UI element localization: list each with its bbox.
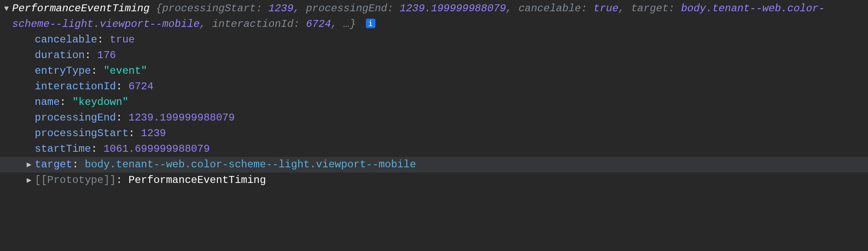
property-key: interactionId [35,81,116,92]
property-key: startTime [35,143,91,155]
property-row-cancelable[interactable]: ▶ cancelable: true [0,32,868,48]
property-row-processingstart[interactable]: ▶ processingStart: 1239 [0,126,868,141]
property-key: name [35,96,60,108]
property-row-entrytype[interactable]: ▶ entryType: "event" [0,63,868,79]
property-key: duration [35,49,85,61]
property-row-interactionid[interactable]: ▶ interactionId: 6724 [0,79,868,95]
console-object-tree: ▼ PerformanceEventTiming {processingStar… [0,0,868,190]
property-value: PerformanceEventTiming [128,174,266,186]
property-key: cancelable [35,34,97,46]
property-row-processingend[interactable]: ▶ processingEnd: 1239.199999988079 [0,110,868,126]
object-class-name: PerformanceEventTiming [12,3,150,14]
property-key: target [35,159,72,170]
property-key: processingStart [35,127,128,139]
disclosure-triangle-right-icon[interactable]: ▶ [25,157,33,173]
property-key: entryType [35,65,91,77]
info-icon[interactable]: i [366,19,375,28]
property-value: 1239 [141,127,166,139]
property-value: true [110,34,135,46]
property-row-starttime[interactable]: ▶ startTime: 1061.699999988079 [0,141,868,157]
property-row-prototype[interactable]: ▶ [[Prototype]]: PerformanceEventTiming [0,173,868,188]
property-row-duration[interactable]: ▶ duration: 176 [0,48,868,63]
property-row-name[interactable]: ▶ name: "keydown" [0,95,868,110]
property-key: processingEnd [35,112,116,124]
property-value: "event" [103,65,147,77]
property-row-target[interactable]: ▶ target: body.tenant--web.color-scheme-… [0,157,868,173]
property-value: 1061.699999988079 [103,143,210,155]
property-value: 176 [97,49,116,61]
property-value: 6724 [128,81,154,92]
disclosure-triangle-down-icon[interactable]: ▼ [3,1,10,16]
property-value: "keydown" [72,96,128,108]
property-key-prototype: [[Prototype]] [35,174,116,186]
disclosure-triangle-right-icon[interactable]: ▶ [25,173,33,188]
object-summary-row[interactable]: ▼ PerformanceEventTiming {processingStar… [0,1,868,32]
object-summary-text: PerformanceEventTiming {processingStart:… [12,1,868,32]
property-value-domnode[interactable]: body.tenant--web.color-scheme--light.vie… [85,159,416,170]
property-value: 1239.199999988079 [128,112,235,124]
